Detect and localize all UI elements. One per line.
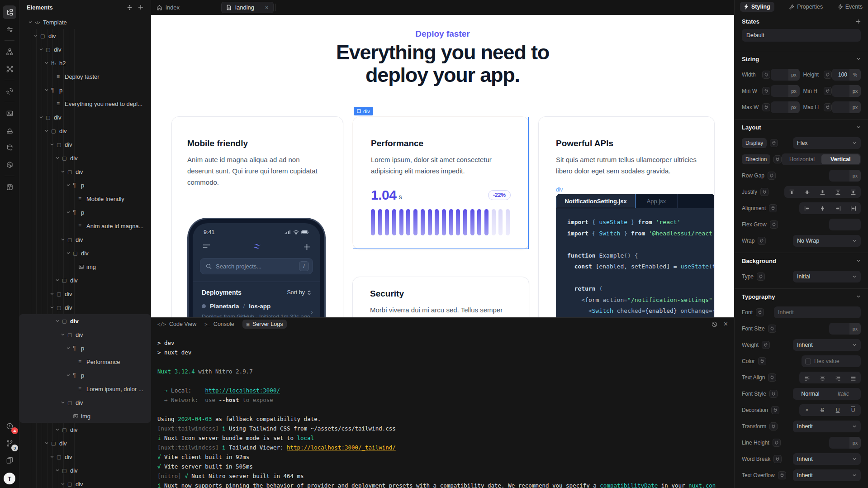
tree-row-box[interactable]: ▢div xyxy=(19,165,151,178)
chevron-down-icon[interactable] xyxy=(61,332,67,337)
chevron-down-icon[interactable] xyxy=(66,346,73,350)
select-control[interactable]: Inherit xyxy=(793,421,861,432)
chevron-down-icon[interactable] xyxy=(61,400,67,405)
chevron-down-icon[interactable] xyxy=(39,115,46,120)
chevron-down-icon[interactable] xyxy=(55,468,62,473)
segment-option-italic[interactable]: Italic xyxy=(827,389,860,399)
bind-plug-icon[interactable] xyxy=(824,87,832,95)
bind-plug-icon[interactable] xyxy=(773,439,781,447)
chevron-down-icon[interactable] xyxy=(44,61,51,65)
chevron-down-icon[interactable] xyxy=(856,57,861,61)
unit-input[interactable]: px xyxy=(771,69,800,81)
tree-row-code[interactable]: </>Template xyxy=(19,15,151,29)
chevron-down-icon[interactable] xyxy=(856,294,861,299)
tree-row-box[interactable]: ▢div xyxy=(19,328,151,341)
bind-plug-icon[interactable] xyxy=(768,172,776,180)
unit-input[interactable]: px xyxy=(771,85,800,97)
card-security[interactable]: Security Morbi viverra dui mi arcu sed. … xyxy=(352,277,529,317)
select-control[interactable]: Flex xyxy=(793,137,861,149)
bind-plug-icon[interactable] xyxy=(778,471,786,479)
tree-row-box[interactable]: ▢div xyxy=(19,29,151,43)
tree-row-img[interactable]: img xyxy=(19,409,151,423)
unit-input[interactable]: px xyxy=(829,170,861,182)
tree-row-box[interactable]: ▢div xyxy=(19,436,151,450)
tab-styling[interactable]: Styling xyxy=(740,2,774,12)
chevron-down-icon[interactable] xyxy=(66,251,73,255)
bind-plug-icon[interactable] xyxy=(768,325,776,333)
tree-row-box[interactable]: ▢div xyxy=(19,124,151,138)
bind-plug-icon[interactable] xyxy=(769,390,778,398)
tleft-icon[interactable] xyxy=(799,372,815,383)
decoration-deco-x[interactable]: × xyxy=(799,404,815,416)
chevron-down-icon[interactable] xyxy=(44,88,51,92)
aleft-icon[interactable] xyxy=(799,202,815,214)
jcenter-icon[interactable] xyxy=(800,186,815,198)
number-input[interactable] xyxy=(829,219,861,230)
tree-row-text[interactable]: ≡Mobile friendly xyxy=(19,192,151,206)
tab-properties[interactable]: Properties xyxy=(789,4,823,10)
select-control[interactable]: No Wrap xyxy=(793,235,861,247)
tree-row-text[interactable]: ≡Performance xyxy=(19,355,151,368)
chevron-down-icon[interactable] xyxy=(50,142,57,147)
chevron-down-icon[interactable] xyxy=(61,482,67,486)
bind-plug-icon[interactable] xyxy=(762,341,770,349)
bind-plug-icon[interactable] xyxy=(769,422,778,431)
sort-by-dropdown[interactable]: Sort by xyxy=(287,289,311,296)
tree-row-box[interactable]: ▢div xyxy=(19,43,151,56)
chevron-down-icon[interactable] xyxy=(66,183,73,187)
acenter-icon[interactable] xyxy=(815,202,830,214)
tree-row-text[interactable]: ≡Deploy faster xyxy=(19,70,151,83)
bind-plug-icon[interactable] xyxy=(771,406,779,414)
components-cube-icon[interactable] xyxy=(3,180,16,194)
tright-icon[interactable] xyxy=(830,372,845,383)
bind-plug-icon[interactable] xyxy=(758,357,766,365)
unit-input[interactable]: px xyxy=(832,85,861,97)
tree-row-img[interactable]: img xyxy=(19,260,151,273)
chevron-down-icon[interactable] xyxy=(66,210,73,215)
bind-plug-icon[interactable] xyxy=(773,455,782,463)
astretch-icon[interactable] xyxy=(845,202,861,214)
tree-row-box[interactable]: ▢div xyxy=(19,233,151,246)
tree-row-p[interactable]: ¶p xyxy=(19,178,151,192)
tree-row-box[interactable]: ▢div xyxy=(19,477,151,488)
tab-code-view[interactable]: </>Code View xyxy=(157,321,196,327)
chevron-down-icon[interactable] xyxy=(856,258,861,263)
tree-row-box[interactable]: ▢div xyxy=(19,450,151,464)
server-log-output[interactable]: > dev> nuxt devNuxt 3.12.4 with Nitro 2.… xyxy=(151,330,734,488)
close-tab-icon[interactable]: × xyxy=(265,4,269,11)
tree-row-text[interactable]: ≡Lorem ipsum, dolor ... xyxy=(19,382,151,396)
tab-server-logs[interactable]: ▣Server Logs xyxy=(242,320,287,329)
chevron-down-icon[interactable] xyxy=(50,292,57,296)
motion-swirl-icon[interactable] xyxy=(3,84,16,98)
bind-plug-icon[interactable] xyxy=(762,103,770,111)
tree-row-box[interactable]: ▢div xyxy=(19,464,151,477)
pages-sitemap-icon[interactable] xyxy=(3,45,16,58)
tree-row-box[interactable]: ▢div xyxy=(19,138,151,151)
design-canvas[interactable]: Deploy faster Everything you need to dep… xyxy=(151,15,734,317)
color-input[interactable]: Hex value xyxy=(802,355,861,367)
card-performance-selected[interactable]: div Performance Lorem ipsum, dolor sit a… xyxy=(352,116,529,249)
chevron-down-icon[interactable] xyxy=(61,237,67,242)
jstretch-icon[interactable] xyxy=(845,186,861,198)
tree-row-box[interactable]: ▢div xyxy=(19,301,151,314)
decoration-deco-U[interactable]: U xyxy=(830,404,845,416)
deployment-row[interactable]: Planetaria / ios-app Deploys from GitHub… xyxy=(193,296,320,317)
tree-row-box[interactable]: ▢div xyxy=(19,287,151,301)
chevron-down-icon[interactable] xyxy=(55,319,62,323)
git-branch-icon[interactable]: 3 xyxy=(3,436,16,450)
add-icon[interactable] xyxy=(856,19,861,24)
editor-tab[interactable]: App.jsx xyxy=(636,194,677,208)
chevron-down-icon[interactable] xyxy=(55,156,62,160)
bind-plug-icon[interactable] xyxy=(770,220,778,229)
state-selector[interactable]: Default xyxy=(742,29,861,42)
tree-row-p[interactable]: ¶p xyxy=(19,83,151,97)
tab-events[interactable]: Events xyxy=(838,4,863,10)
files-copy-icon[interactable] xyxy=(3,454,16,467)
tree-row-p[interactable]: ¶p xyxy=(19,368,151,382)
card-mobile-friendly[interactable]: Mobile friendly Anim aute id magna aliqu… xyxy=(171,116,343,317)
tree-row-box[interactable]: ▢div xyxy=(19,396,151,409)
tab-index[interactable]: index xyxy=(157,4,180,11)
aright-icon[interactable] xyxy=(830,202,845,214)
bind-plug-icon[interactable] xyxy=(824,71,832,79)
bind-plug-icon[interactable] xyxy=(770,139,778,147)
